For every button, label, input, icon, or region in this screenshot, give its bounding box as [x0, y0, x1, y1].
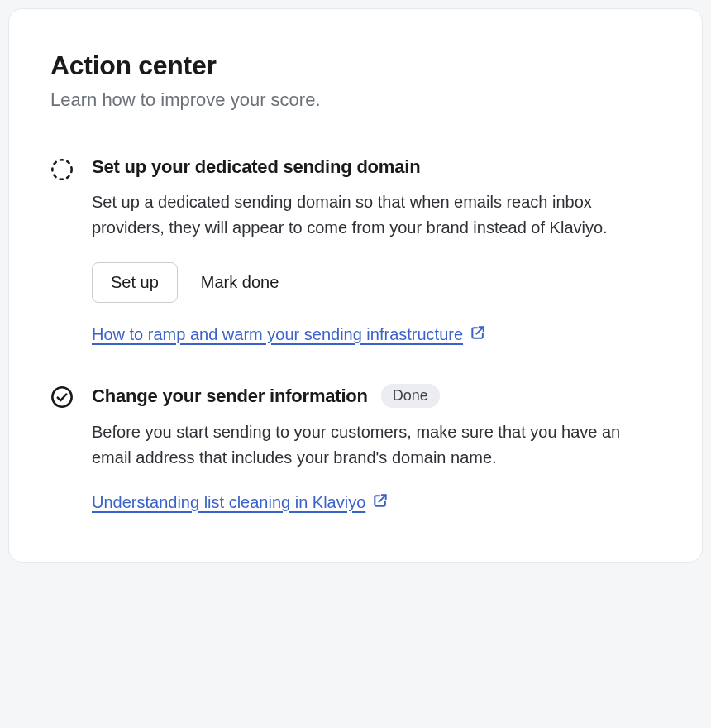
help-link-row: Understanding list cleaning in Klaviyo [92, 492, 389, 512]
card-title: Action center [50, 50, 661, 81]
item-description: Set up a dedicated sending domain so tha… [92, 189, 661, 241]
button-row: Set up Mark done [92, 262, 661, 303]
svg-point-0 [52, 160, 71, 179]
item-title: Set up your dedicated sending domain [92, 156, 420, 178]
external-link-icon [470, 324, 486, 344]
external-link-icon [372, 492, 389, 512]
help-link-list-cleaning[interactable]: Understanding list cleaning in Klaviyo [92, 493, 365, 512]
action-item-sender-info: Change your sender information Done Befo… [50, 384, 661, 512]
item-title: Change your sender information [92, 386, 368, 407]
item-header: Set up your dedicated sending domain [92, 156, 661, 178]
set-up-button[interactable]: Set up [92, 262, 178, 303]
pending-circle-icon [50, 158, 74, 181]
action-center-card: Action center Learn how to improve your … [8, 8, 703, 563]
svg-point-1 [52, 387, 71, 406]
help-link-row: How to ramp and warm your sending infras… [92, 324, 486, 344]
card-subtitle: Learn how to improve your score. [50, 89, 661, 111]
item-body: Change your sender information Done Befo… [92, 384, 661, 512]
item-header: Change your sender information Done [92, 384, 661, 408]
item-body: Set up your dedicated sending domain Set… [92, 156, 661, 344]
help-link-warming[interactable]: How to ramp and warm your sending infras… [92, 325, 463, 344]
status-badge: Done [381, 384, 440, 408]
mark-done-button[interactable]: Mark done [201, 273, 279, 292]
item-description: Before you start sending to your custome… [92, 419, 661, 471]
check-circle-icon [50, 386, 74, 409]
action-item-sending-domain: Set up your dedicated sending domain Set… [50, 156, 661, 344]
